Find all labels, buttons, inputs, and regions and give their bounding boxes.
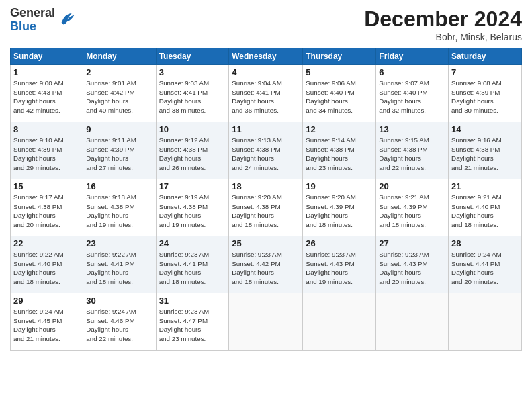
calendar-cell — [229, 293, 303, 351]
day-info: Sunrise: 9:24 AM Sunset: 4:46 PM Dayligh… — [86, 307, 152, 344]
calendar-cell: 24 Sunrise: 9:23 AM Sunset: 4:41 PM Dayl… — [156, 236, 229, 293]
day-number: 12 — [306, 124, 373, 134]
day-info: Sunrise: 9:24 AM Sunset: 4:45 PM Dayligh… — [13, 307, 80, 344]
day-number: 9 — [86, 124, 152, 134]
day-number: 29 — [13, 295, 80, 306]
day-number: 18 — [232, 181, 300, 191]
calendar-body: 1 Sunrise: 9:00 AM Sunset: 4:43 PM Dayli… — [11, 65, 522, 351]
logo-general: General — [10, 7, 55, 20]
day-info: Sunrise: 9:06 AM Sunset: 4:40 PM Dayligh… — [306, 79, 373, 116]
calendar-cell: 19 Sunrise: 9:20 AM Sunset: 4:39 PM Dayl… — [303, 179, 376, 236]
day-info: Sunrise: 9:21 AM Sunset: 4:39 PM Dayligh… — [379, 193, 445, 230]
calendar-cell: 31 Sunrise: 9:23 AM Sunset: 4:47 PM Dayl… — [156, 293, 229, 351]
day-info: Sunrise: 9:23 AM Sunset: 4:41 PM Dayligh… — [159, 250, 226, 287]
day-number: 7 — [451, 67, 519, 77]
day-number: 19 — [306, 181, 373, 191]
day-number: 23 — [86, 238, 152, 248]
day-info: Sunrise: 9:12 AM Sunset: 4:38 PM Dayligh… — [159, 136, 226, 173]
day-info: Sunrise: 9:07 AM Sunset: 4:40 PM Dayligh… — [379, 79, 445, 116]
day-info: Sunrise: 9:23 AM Sunset: 4:43 PM Dayligh… — [306, 250, 373, 287]
day-info: Sunrise: 9:15 AM Sunset: 4:38 PM Dayligh… — [379, 136, 445, 173]
day-number: 15 — [13, 181, 80, 191]
calendar-cell: 14 Sunrise: 9:16 AM Sunset: 4:38 PM Dayl… — [449, 122, 522, 179]
page-container: General Blue December 2024 Bobr, Minsk, … — [0, 0, 532, 411]
calendar-cell: 9 Sunrise: 9:11 AM Sunset: 4:39 PM Dayli… — [83, 122, 156, 179]
location: Bobr, Minsk, Belarus — [364, 32, 522, 42]
day-info: Sunrise: 9:20 AM Sunset: 4:39 PM Dayligh… — [306, 193, 373, 230]
calendar-week-row: 1 Sunrise: 9:00 AM Sunset: 4:43 PM Dayli… — [11, 65, 522, 122]
day-number: 8 — [13, 124, 80, 134]
calendar-table: Sunday Monday Tuesday Wednesday Thursday… — [10, 48, 522, 351]
month-title: December 2024 — [364, 7, 522, 32]
day-number: 17 — [159, 181, 226, 191]
logo-blue: Blue — [10, 20, 55, 34]
logo-text: General Blue — [10, 7, 55, 34]
calendar-week-row: 8 Sunrise: 9:10 AM Sunset: 4:39 PM Dayli… — [11, 122, 522, 179]
calendar-cell — [449, 293, 522, 351]
day-info: Sunrise: 9:08 AM Sunset: 4:39 PM Dayligh… — [451, 79, 519, 116]
calendar-cell: 30 Sunrise: 9:24 AM Sunset: 4:46 PM Dayl… — [83, 293, 156, 351]
header-tuesday: Tuesday — [156, 48, 229, 65]
day-number: 4 — [232, 67, 300, 77]
day-info: Sunrise: 9:24 AM Sunset: 4:44 PM Dayligh… — [451, 250, 519, 287]
day-info: Sunrise: 9:22 AM Sunset: 4:41 PM Dayligh… — [86, 250, 152, 287]
calendar-cell: 5 Sunrise: 9:06 AM Sunset: 4:40 PM Dayli… — [303, 65, 376, 122]
calendar-header: Sunday Monday Tuesday Wednesday Thursday… — [11, 48, 522, 65]
calendar-cell: 7 Sunrise: 9:08 AM Sunset: 4:39 PM Dayli… — [449, 65, 522, 122]
calendar-cell: 27 Sunrise: 9:23 AM Sunset: 4:43 PM Dayl… — [376, 236, 449, 293]
calendar-cell: 26 Sunrise: 9:23 AM Sunset: 4:43 PM Dayl… — [303, 236, 376, 293]
calendar-cell: 4 Sunrise: 9:04 AM Sunset: 4:41 PM Dayli… — [229, 65, 303, 122]
calendar-cell: 3 Sunrise: 9:03 AM Sunset: 4:41 PM Dayli… — [156, 65, 229, 122]
day-number: 28 — [451, 238, 519, 248]
calendar-cell: 12 Sunrise: 9:14 AM Sunset: 4:38 PM Dayl… — [303, 122, 376, 179]
day-number: 25 — [232, 238, 300, 248]
calendar-cell — [303, 293, 376, 351]
day-number: 11 — [232, 124, 300, 134]
calendar-cell: 11 Sunrise: 9:13 AM Sunset: 4:38 PM Dayl… — [229, 122, 303, 179]
day-number: 6 — [379, 67, 445, 77]
day-info: Sunrise: 9:03 AM Sunset: 4:41 PM Dayligh… — [159, 79, 226, 116]
day-number: 26 — [306, 238, 373, 248]
calendar-cell: 17 Sunrise: 9:19 AM Sunset: 4:38 PM Dayl… — [156, 179, 229, 236]
calendar-cell: 8 Sunrise: 9:10 AM Sunset: 4:39 PM Dayli… — [11, 122, 83, 179]
calendar-cell: 25 Sunrise: 9:23 AM Sunset: 4:42 PM Dayl… — [229, 236, 303, 293]
logo-bird-icon — [58, 9, 77, 28]
day-number: 16 — [86, 181, 152, 191]
calendar-cell: 13 Sunrise: 9:15 AM Sunset: 4:38 PM Dayl… — [376, 122, 449, 179]
calendar-cell: 22 Sunrise: 9:22 AM Sunset: 4:40 PM Dayl… — [11, 236, 83, 293]
calendar-week-row: 15 Sunrise: 9:17 AM Sunset: 4:38 PM Dayl… — [11, 179, 522, 236]
header-thursday: Thursday — [303, 48, 376, 65]
calendar-cell: 6 Sunrise: 9:07 AM Sunset: 4:40 PM Dayli… — [376, 65, 449, 122]
day-info: Sunrise: 9:23 AM Sunset: 4:42 PM Dayligh… — [232, 250, 300, 287]
day-info: Sunrise: 9:19 AM Sunset: 4:38 PM Dayligh… — [159, 193, 226, 230]
day-info: Sunrise: 9:20 AM Sunset: 4:38 PM Dayligh… — [232, 193, 300, 230]
header-friday: Friday — [376, 48, 449, 65]
calendar-cell: 15 Sunrise: 9:17 AM Sunset: 4:38 PM Dayl… — [11, 179, 83, 236]
calendar-cell — [376, 293, 449, 351]
calendar-week-row: 29 Sunrise: 9:24 AM Sunset: 4:45 PM Dayl… — [11, 293, 522, 351]
day-number: 31 — [159, 295, 226, 306]
calendar-cell: 20 Sunrise: 9:21 AM Sunset: 4:39 PM Dayl… — [376, 179, 449, 236]
logo: General Blue — [10, 7, 77, 34]
day-info: Sunrise: 9:04 AM Sunset: 4:41 PM Dayligh… — [232, 79, 300, 116]
header-monday: Monday — [83, 48, 156, 65]
day-info: Sunrise: 9:11 AM Sunset: 4:39 PM Dayligh… — [86, 136, 152, 173]
day-number: 30 — [86, 295, 152, 306]
day-info: Sunrise: 9:13 AM Sunset: 4:38 PM Dayligh… — [232, 136, 300, 173]
day-info: Sunrise: 9:17 AM Sunset: 4:38 PM Dayligh… — [13, 193, 80, 230]
day-info: Sunrise: 9:23 AM Sunset: 4:43 PM Dayligh… — [379, 250, 445, 287]
day-number: 24 — [159, 238, 226, 248]
calendar-cell: 1 Sunrise: 9:00 AM Sunset: 4:43 PM Dayli… — [11, 65, 83, 122]
day-info: Sunrise: 9:22 AM Sunset: 4:40 PM Dayligh… — [13, 250, 80, 287]
page-header: General Blue December 2024 Bobr, Minsk, … — [10, 7, 522, 42]
header-saturday: Saturday — [449, 48, 522, 65]
day-info: Sunrise: 9:00 AM Sunset: 4:43 PM Dayligh… — [13, 79, 80, 116]
day-number: 3 — [159, 67, 226, 77]
header-sunday: Sunday — [11, 48, 83, 65]
calendar-cell: 21 Sunrise: 9:21 AM Sunset: 4:40 PM Dayl… — [449, 179, 522, 236]
title-block: December 2024 Bobr, Minsk, Belarus — [364, 7, 522, 42]
day-info: Sunrise: 9:18 AM Sunset: 4:38 PM Dayligh… — [86, 193, 152, 230]
day-number: 22 — [13, 238, 80, 248]
calendar-cell: 16 Sunrise: 9:18 AM Sunset: 4:38 PM Dayl… — [83, 179, 156, 236]
day-number: 1 — [13, 67, 80, 77]
